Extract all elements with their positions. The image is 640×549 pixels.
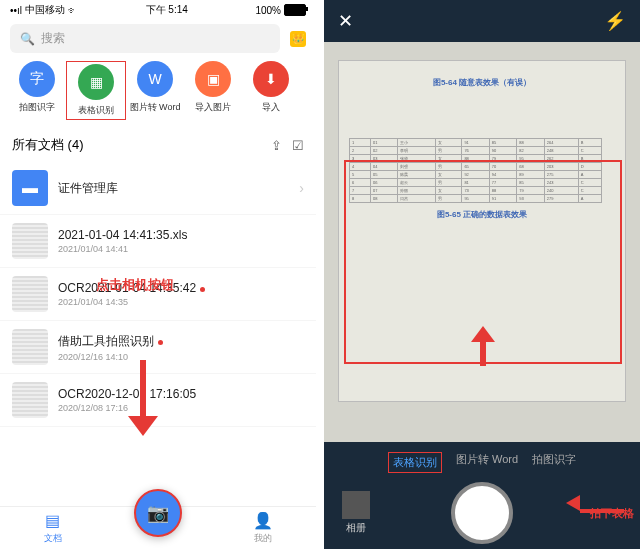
text-icon: 字 bbox=[19, 61, 55, 97]
annotation-arrow-down bbox=[128, 360, 158, 440]
action-import-img[interactable]: ▣导入图片 bbox=[184, 61, 242, 120]
camera-screen: ✕ ⚡ 图5-64 随意表效果（有误） 101王小女918588264B 202… bbox=[324, 0, 640, 549]
item-title: 证件管理库 bbox=[58, 180, 289, 197]
list-item[interactable]: 借助工具拍照识别 2020/12/16 14:10 bbox=[0, 321, 316, 374]
annotation-click-camera: 点击相机按钮 bbox=[96, 276, 174, 294]
folder-item[interactable]: ▬ 证件管理库 › bbox=[0, 162, 316, 215]
camera-button[interactable]: 📷 bbox=[134, 489, 182, 537]
status-bar: ••ıl 中国移动 ᯤ 下午 5:14 100% bbox=[0, 0, 316, 20]
signal-icon: ••ıl bbox=[10, 5, 22, 16]
battery-percent: 100% bbox=[255, 5, 281, 16]
viewfinder: 图5-64 随意表效果（有误） 101王小女918588264B 202李明男7… bbox=[324, 42, 640, 442]
chevron-right-icon: › bbox=[299, 180, 304, 196]
camera-icon: 📷 bbox=[147, 502, 169, 524]
album-thumb bbox=[342, 491, 370, 519]
wifi-icon: ᯤ bbox=[68, 5, 78, 16]
action-row: 字拍图识字 ▦表格识别 W图片转 Word ▣导入图片 ⬇导入 bbox=[0, 57, 316, 128]
item-title: 借助工具拍照识别 bbox=[58, 333, 304, 350]
doc-thumb bbox=[12, 223, 48, 259]
person-icon: 👤 bbox=[211, 511, 316, 530]
annotation-capture-table: 拍下表格 bbox=[590, 506, 634, 521]
folder-icon: ▬ bbox=[12, 170, 48, 206]
battery-icon bbox=[284, 4, 306, 16]
camera-topbar: ✕ ⚡ bbox=[324, 0, 640, 42]
shutter-button[interactable] bbox=[451, 482, 513, 544]
flash-icon[interactable]: ⚡ bbox=[604, 10, 626, 32]
unread-dot bbox=[158, 340, 163, 345]
section-header: 所有文档 (4) ⇪ ☑ bbox=[0, 128, 316, 162]
action-import[interactable]: ⬇导入 bbox=[242, 61, 300, 120]
file-app-screen: ••ıl 中国移动 ᯤ 下午 5:14 100% 🔍 搜索 👑 字拍图识字 ▦表… bbox=[0, 0, 316, 549]
import-icon: ⬇ bbox=[253, 61, 289, 97]
nav-docs[interactable]: ▤文档 bbox=[0, 511, 105, 545]
docs-icon: ▤ bbox=[0, 511, 105, 530]
clock: 下午 5:14 bbox=[146, 3, 188, 17]
search-icon: 🔍 bbox=[20, 32, 35, 46]
table-icon: ▦ bbox=[78, 64, 114, 100]
carrier: 中国移动 bbox=[25, 3, 65, 17]
search-placeholder: 搜索 bbox=[41, 30, 65, 47]
camera-mode-tabs: 表格识别 图片转 Word 拍图识字 bbox=[324, 442, 640, 483]
item-title: OCR2020-12-08 17:16:05 bbox=[58, 387, 304, 401]
word-icon: W bbox=[137, 61, 173, 97]
tab-img-to-word[interactable]: 图片转 Word bbox=[456, 452, 518, 473]
doc-thumb bbox=[12, 329, 48, 365]
list-item[interactable]: OCR2020-12-08 17:16:05 2020/12/08 17:16 bbox=[0, 374, 316, 427]
search-input[interactable]: 🔍 搜索 bbox=[10, 24, 280, 53]
doc-thumb bbox=[12, 276, 48, 312]
annotation-arrow-up bbox=[471, 326, 495, 366]
action-img-to-word[interactable]: W图片转 Word bbox=[126, 61, 184, 120]
item-sub: 2021/01/04 14:35 bbox=[58, 297, 304, 307]
image-icon: ▣ bbox=[195, 61, 231, 97]
tab-table-ocr[interactable]: 表格识别 bbox=[388, 452, 442, 473]
doc-thumb bbox=[12, 382, 48, 418]
item-sub: 2021/01/04 14:41 bbox=[58, 244, 304, 254]
unread-dot bbox=[200, 287, 205, 292]
item-title: OCR2021-01-04 14:35:42 bbox=[58, 281, 304, 295]
annotation-target-box bbox=[344, 160, 622, 364]
item-sub: 2020/12/16 14:10 bbox=[58, 352, 304, 362]
section-title: 所有文档 (4) bbox=[12, 136, 84, 154]
crown-icon[interactable]: 👑 bbox=[290, 31, 306, 47]
share-icon[interactable]: ⇪ bbox=[271, 138, 282, 153]
close-icon[interactable]: ✕ bbox=[338, 10, 353, 32]
nav-mine[interactable]: 👤我的 bbox=[211, 511, 316, 545]
action-ocr-text[interactable]: 字拍图识字 bbox=[8, 61, 66, 120]
select-icon[interactable]: ☑ bbox=[292, 138, 304, 153]
item-sub: 2020/12/08 17:16 bbox=[58, 403, 304, 413]
item-title: 2021-01-04 14:41:35.xls bbox=[58, 228, 304, 242]
page-caption-top: 图5-64 随意表效果（有误） bbox=[349, 77, 615, 88]
album-button[interactable]: 相册 bbox=[342, 491, 370, 535]
action-table-ocr[interactable]: ▦表格识别 bbox=[66, 61, 126, 120]
list-item[interactable]: 2021-01-04 14:41:35.xls 2021/01/04 14:41 bbox=[0, 215, 316, 268]
tab-ocr-text[interactable]: 拍图识字 bbox=[532, 452, 576, 473]
